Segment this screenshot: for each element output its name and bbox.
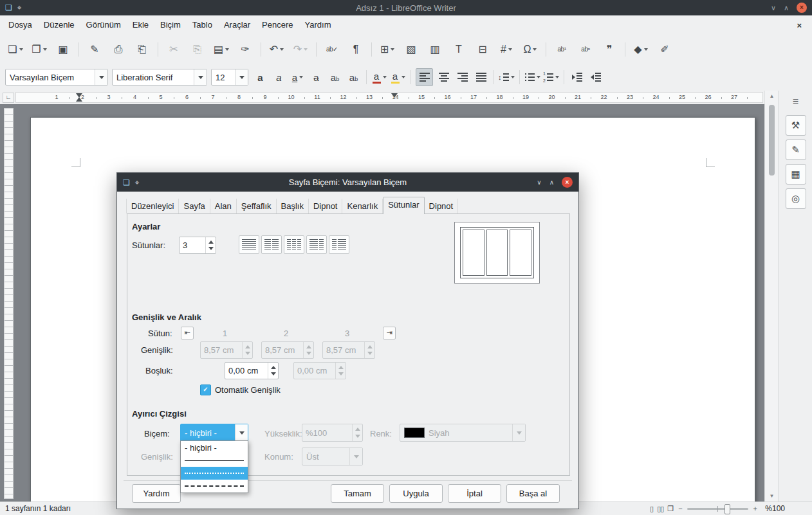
ruler-indent-marker[interactable] <box>391 93 398 98</box>
zoom-out-button[interactable]: − <box>678 505 681 512</box>
window-titlebar[interactable]: ❏ ⌖ Adsız 1 - LibreOffice Writer ∨ ∧ × <box>0 0 812 15</box>
column-preset-3-button[interactable] <box>284 235 304 254</box>
columns-count-spinner[interactable]: 3 <box>179 237 216 254</box>
pin-icon[interactable]: ⌖ <box>17 3 22 12</box>
align-center-button[interactable] <box>436 69 452 86</box>
separator-style-option-none[interactable]: - hiçbiri - <box>181 441 248 454</box>
zoom-in-button[interactable]: + <box>753 505 757 512</box>
next-column-button[interactable]: ⇥ <box>383 327 396 339</box>
increase-indent-button[interactable] <box>569 69 585 86</box>
insert-chart-button[interactable]: ▥ <box>425 40 445 59</box>
combo-arrow-button[interactable] <box>235 424 248 441</box>
highlight-color-button[interactable]: a <box>390 69 406 86</box>
menu-ekle[interactable]: Ekle <box>127 15 154 35</box>
vertical-scrollbar[interactable]: ▲ ▼ <box>764 91 779 501</box>
column-preset-4-button[interactable] <box>306 235 327 254</box>
align-left-button[interactable] <box>416 68 433 86</box>
bullet-list-button[interactable] <box>524 69 540 86</box>
insert-comment-button[interactable]: ❞ <box>599 40 620 59</box>
shade-down-icon[interactable]: ∨ <box>537 179 541 186</box>
strikethrough-button[interactable]: a <box>308 69 324 86</box>
scrollbar-thumb[interactable] <box>769 105 775 176</box>
horizontal-ruler[interactable]: 1234567891011121314151617181920212223242… <box>15 92 763 103</box>
separator-style-option-solid[interactable] <box>181 454 248 467</box>
insert-endnote-button[interactable]: abⁿ <box>575 40 596 59</box>
print-button[interactable]: ⎙ <box>108 40 129 59</box>
font-size-combo[interactable]: 12 <box>211 69 248 86</box>
new-document-button[interactable]: ❏ <box>5 40 26 59</box>
book-view-button[interactable]: ❒ <box>667 505 673 513</box>
gallery-deck-button[interactable]: ▦ <box>786 164 806 185</box>
save-button[interactable]: ▣ <box>53 40 73 59</box>
column-preset-5-button[interactable] <box>329 235 349 254</box>
vertical-ruler[interactable] <box>4 108 14 499</box>
shade-up-icon[interactable]: ∧ <box>549 179 554 186</box>
clone-formatting-button[interactable]: ✑ <box>235 40 255 59</box>
menu-pencere[interactable]: Pencere <box>256 15 299 35</box>
cancel-button[interactable]: İptal <box>448 484 501 503</box>
insert-special-character-button[interactable]: Ω <box>520 40 540 59</box>
maximize-button[interactable]: ∧ <box>784 4 789 12</box>
tab-başlık[interactable]: Başlık <box>277 199 309 213</box>
subscript-button[interactable]: ab <box>346 69 362 86</box>
styles-deck-button[interactable]: ✎ <box>786 140 806 160</box>
menu-görünüm[interactable]: Görünüm <box>80 15 127 35</box>
autowidth-checkbox[interactable]: ✓ <box>200 384 211 395</box>
menu-düzenle[interactable]: Düzenle <box>38 15 80 35</box>
tab-sayfa[interactable]: Sayfa <box>179 199 210 213</box>
ruler-indent-marker[interactable] <box>76 97 82 102</box>
reset-button[interactable]: Başa al <box>506 484 560 503</box>
paragraph-style-combo[interactable]: Varsayılan Biçem <box>5 69 108 86</box>
insert-table-button[interactable]: ⊞ <box>377 40 398 59</box>
spacing-1-2-spinner[interactable]: 0,00 cm <box>225 362 279 379</box>
tab-sütunlar[interactable]: Sütunlar <box>383 197 424 214</box>
scroll-up-icon[interactable]: ▲ <box>765 93 779 99</box>
combo-arrow-button[interactable] <box>194 69 207 85</box>
menu-biçim[interactable]: Biçim <box>154 15 187 35</box>
combo-arrow-button[interactable] <box>235 69 248 85</box>
insert-field-button[interactable]: # <box>496 40 517 59</box>
edit-mode-button[interactable]: ✎ <box>84 40 105 59</box>
formatting-marks-button[interactable]: ¶ <box>346 40 366 59</box>
zoom-slider[interactable] <box>687 508 748 510</box>
separator-style-combo[interactable]: - hiçbiri - <box>180 424 248 442</box>
show-draw-functions-button[interactable]: ✐ <box>654 40 675 59</box>
underline-button[interactable]: a <box>290 69 306 86</box>
insert-text-box-button[interactable]: T <box>448 40 469 59</box>
menu-tablo[interactable]: Tablo <box>187 15 218 35</box>
italic-button[interactable]: a <box>271 69 287 86</box>
tab-dipnot[interactable]: Dipnot <box>425 199 459 213</box>
basic-shapes-button[interactable]: ◆ <box>631 40 651 59</box>
apply-button[interactable]: Uygula <box>389 484 443 503</box>
combo-arrow-button[interactable] <box>95 69 107 85</box>
font-name-combo[interactable]: Liberation Serif <box>112 69 207 86</box>
separator-style-option-dotted[interactable] <box>181 467 248 480</box>
print-preview-button[interactable]: ⎗ <box>132 40 152 59</box>
insert-footnote-button[interactable]: ab¹ <box>551 40 572 59</box>
column-preset-1-button[interactable] <box>239 235 259 254</box>
open-button[interactable]: ❐ <box>29 40 50 59</box>
tab-stop-type-button[interactable]: ∟ <box>3 93 14 103</box>
ok-button[interactable]: Tamam <box>331 484 384 503</box>
line-spacing-button[interactable] <box>499 69 515 86</box>
sidebar-menu-icon[interactable]: ≡ <box>779 91 812 111</box>
tab-dipnot[interactable]: Dipnot <box>309 199 343 213</box>
decrease-indent-button[interactable] <box>587 69 604 86</box>
menu-yardım[interactable]: Yardım <box>299 15 337 35</box>
close-document-button[interactable]: × <box>789 21 809 30</box>
separator-style-option-dashed[interactable] <box>181 480 248 492</box>
scroll-down-icon[interactable]: ▼ <box>765 493 779 499</box>
single-page-view-button[interactable]: ▯ <box>650 505 653 513</box>
zoom-slider-thumb[interactable] <box>724 504 730 514</box>
spinner-arrows-icon[interactable] <box>205 237 216 253</box>
tab-alan[interactable]: Alan <box>210 199 237 213</box>
spinner-arrows-icon[interactable] <box>268 363 278 379</box>
menu-dosya[interactable]: Dosya <box>3 15 38 35</box>
dialog-close-button[interactable]: × <box>562 177 573 188</box>
close-button[interactable]: × <box>797 3 807 13</box>
properties-deck-button[interactable]: ⚒ <box>786 115 806 136</box>
menu-araçlar[interactable]: Araçlar <box>218 15 256 35</box>
dialog-titlebar[interactable]: ❏ ⌖ Sayfa Biçemi: Varsayılan Biçem ∨ ∧ × <box>117 173 578 192</box>
pin-icon[interactable]: ⌖ <box>135 178 140 187</box>
font-color-button[interactable]: a <box>371 69 387 86</box>
